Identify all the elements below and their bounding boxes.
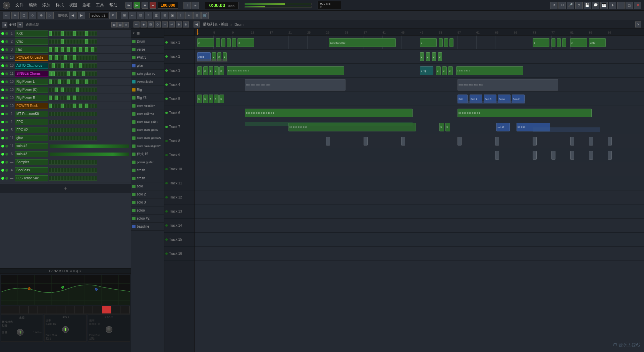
step-btn[interactable] — [91, 120, 94, 124]
pattern-crash1[interactable]: crash — [131, 166, 164, 174]
step-btn[interactable] — [76, 39, 79, 44]
step-btn[interactable] — [67, 160, 70, 165]
pattern-drum-rig[interactable]: drum rig ge鼓? — [131, 102, 164, 110]
step-btn[interactable] — [76, 79, 79, 84]
track-label-5[interactable]: Track 5 — [164, 92, 194, 106]
ch-led-7[interactable] — [1, 80, 4, 83]
step-btn[interactable] — [73, 87, 76, 92]
step-btn[interactable] — [91, 96, 94, 100]
note-t9-5[interactable] — [589, 151, 593, 160]
note-t1-7[interactable]: 3 — [420, 38, 437, 47]
step-btn[interactable] — [70, 120, 73, 124]
note-t8-2[interactable] — [364, 137, 368, 145]
note-t4-dense2[interactable]: 3333 3333 3333 3333 3333 — [458, 79, 558, 91]
step-btn[interactable] — [73, 39, 76, 44]
note-t8-9[interactable] — [608, 137, 612, 145]
step-btn[interactable] — [85, 55, 88, 60]
step-btn[interactable] — [55, 39, 58, 44]
track-led-1[interactable] — [165, 41, 168, 44]
step-btn[interactable] — [58, 55, 61, 60]
grid-track-10[interactable] — [195, 162, 644, 176]
step-btn[interactable] — [82, 87, 85, 92]
step-btn[interactable] — [73, 160, 76, 165]
step-btn[interactable] — [76, 31, 79, 36]
step-btn[interactable] — [55, 112, 58, 116]
pattern-bassline[interactable]: bassline — [131, 223, 164, 231]
step-btn[interactable] — [88, 55, 91, 60]
step-btn[interactable] — [58, 128, 61, 132]
ch-name-kick[interactable]: Kick — [15, 31, 48, 37]
rack-view3[interactable]: ✕ — [123, 22, 129, 27]
step-btn[interactable] — [64, 168, 67, 173]
ch-name-auto-chords[interactable]: AUTO Ch...hords — [15, 63, 48, 69]
step-btn[interactable] — [88, 112, 91, 116]
download-icon[interactable]: ⬇ — [609, 2, 616, 9]
step-btn[interactable] — [88, 104, 91, 108]
step-btn[interactable] — [79, 39, 82, 44]
pattern-solo[interactable]: solo — [131, 182, 164, 190]
pattern-solo-guitar[interactable]: Solo guitar #2 — [131, 70, 164, 78]
step-btn[interactable] — [91, 104, 94, 108]
step-btn[interactable] — [52, 79, 55, 84]
step-btn[interactable] — [82, 104, 85, 108]
step-btn[interactable] — [88, 176, 91, 181]
track-led-16[interactable] — [165, 252, 168, 255]
step-btn[interactable] — [49, 96, 52, 100]
step-btn[interactable] — [49, 63, 52, 68]
step-btn[interactable] — [88, 79, 91, 84]
step-btn[interactable] — [82, 168, 85, 173]
track-label-9[interactable]: Track 9 — [164, 148, 194, 162]
step-btn[interactable] — [49, 104, 52, 108]
step-btn[interactable] — [52, 128, 55, 132]
step-btn[interactable] — [70, 96, 73, 100]
step-btn[interactable] — [61, 136, 64, 140]
step-btn[interactable] — [79, 168, 82, 173]
step-btn[interactable] — [88, 39, 91, 44]
track-label-6[interactable]: Track 6 — [164, 106, 194, 120]
step-btn[interactable] — [82, 47, 85, 52]
note-t3-2[interactable]: 3 — [203, 66, 208, 75]
menu-file[interactable]: 文件 — [14, 2, 25, 9]
note-t8-1[interactable] — [326, 137, 330, 145]
step-btn[interactable] — [91, 71, 94, 76]
track-label-3[interactable]: Track 3 — [164, 64, 194, 78]
track-label-4[interactable]: Track 4 — [164, 78, 194, 92]
menu-style[interactable]: 样式 — [54, 2, 65, 9]
step-btn[interactable] — [94, 31, 97, 36]
step-btn[interactable] — [85, 112, 88, 116]
note-t3-b2[interactable]: 3 — [442, 66, 447, 75]
step-btn[interactable] — [79, 128, 82, 132]
step-btn[interactable] — [61, 47, 64, 52]
note-t7-sol2[interactable]: sol. #2 — [496, 123, 510, 131]
note-t3-b3[interactable]: 3 — [448, 66, 453, 75]
step-btn[interactable] — [55, 87, 58, 92]
step-btn[interactable] — [82, 79, 85, 84]
add-channel-btn[interactable]: + — [0, 184, 131, 193]
ch-led-12b[interactable] — [5, 121, 8, 123]
scroll-left-icon[interactable]: ◀ — [194, 21, 200, 27]
step-btn[interactable] — [64, 31, 67, 36]
step-btn[interactable] — [73, 168, 76, 173]
ch-name-clap[interactable]: Clap — [15, 39, 48, 45]
eq-node-2[interactable] — [61, 286, 64, 289]
note-t9-1[interactable] — [495, 151, 499, 160]
record-btn[interactable]: ● — [150, 2, 156, 9]
step-btn[interactable] — [58, 39, 61, 44]
step-btn[interactable] — [70, 160, 73, 165]
step-btn[interactable] — [94, 47, 97, 52]
step-btn[interactable] — [73, 31, 76, 36]
step-btn[interactable] — [49, 39, 52, 44]
step-btn[interactable] — [49, 120, 52, 124]
track-led-4[interactable] — [165, 83, 168, 86]
pattern-style15[interactable]: 样式 15 — [131, 150, 164, 158]
step-btn[interactable] — [91, 136, 94, 140]
grid-track-7[interactable]: 3 3 3 3 3 3 3 3 3 3 3 3 3 sol. #2 3 3 3 … — [195, 120, 644, 134]
ch-name-hat[interactable]: Hat — [15, 47, 48, 53]
playlist-tool-2[interactable]: ◈ — [141, 21, 147, 27]
grid-track-5[interactable]: 3 3 3 3 3 Solo Solo 2 Solo 3 Soloo Solo … — [195, 92, 644, 106]
step-btn[interactable] — [88, 71, 91, 76]
step-btn[interactable] — [58, 31, 61, 36]
step-btn[interactable] — [58, 160, 61, 165]
step-btn[interactable] — [55, 168, 58, 173]
step-btn[interactable] — [82, 31, 85, 36]
